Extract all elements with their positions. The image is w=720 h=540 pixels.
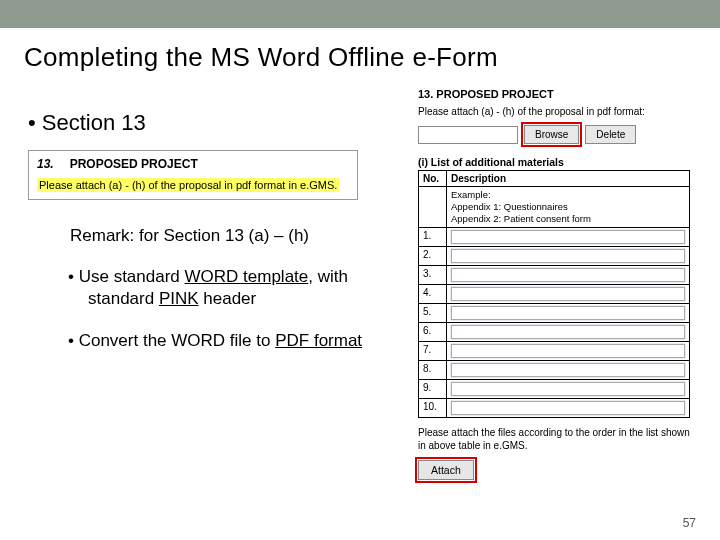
- delete-button[interactable]: Delete: [585, 125, 636, 144]
- additional-materials-heading: (i) List of additional materials: [418, 156, 690, 168]
- table-header-row: No. Description: [419, 171, 690, 187]
- browse-button[interactable]: Browse: [524, 125, 579, 144]
- doc-clip-number: 13.: [37, 157, 54, 171]
- description-input[interactable]: [451, 230, 685, 244]
- table-row: 9.: [419, 379, 690, 398]
- page-title: Completing the MS Word Offline e-Form: [0, 28, 720, 79]
- top-bar: [0, 0, 720, 28]
- bullet-2: • Convert the WORD file to PDF format: [88, 330, 388, 352]
- description-input[interactable]: [451, 344, 685, 358]
- col-description: Description: [447, 171, 690, 187]
- example-row: Example: Appendix 1: Questionnaires Appe…: [419, 187, 690, 228]
- page-number: 57: [683, 516, 696, 530]
- file-path-input[interactable]: [418, 126, 518, 144]
- table-row: 2.: [419, 246, 690, 265]
- doc-clip-highlight: Please attach (a) - (h) of the proposal …: [37, 178, 339, 192]
- file-upload-row: Browse Delete: [418, 125, 690, 144]
- form-section-subheading: Please attach (a) - (h) of the proposal …: [418, 106, 690, 117]
- table-row: 6.: [419, 322, 690, 341]
- col-no: No.: [419, 171, 447, 187]
- description-input[interactable]: [451, 249, 685, 263]
- table-row: 5.: [419, 303, 690, 322]
- description-input[interactable]: [451, 287, 685, 301]
- table-row: 8.: [419, 360, 690, 379]
- remark-text: Remark: for Section 13 (a) – (h): [70, 226, 388, 246]
- table-row: 4.: [419, 284, 690, 303]
- description-input[interactable]: [451, 382, 685, 396]
- example-cell: Example: Appendix 1: Questionnaires Appe…: [447, 187, 690, 228]
- table-row: 7.: [419, 341, 690, 360]
- form-section-heading: 13. PROPOSED PROJECT: [418, 88, 690, 100]
- table-row: 10.: [419, 398, 690, 417]
- word-document-clip: 13.PROPOSED PROJECT Please attach (a) - …: [28, 150, 358, 200]
- attach-note: Please attach the files according to the…: [418, 426, 690, 452]
- materials-table: No. Description Example: Appendix 1: Que…: [418, 170, 690, 418]
- description-input[interactable]: [451, 363, 685, 377]
- description-input[interactable]: [451, 306, 685, 320]
- attach-button[interactable]: Attach: [418, 460, 474, 480]
- description-input[interactable]: [451, 325, 685, 339]
- doc-clip-heading: PROPOSED PROJECT: [70, 157, 198, 171]
- table-row: 3.: [419, 265, 690, 284]
- description-input[interactable]: [451, 401, 685, 415]
- left-column: • Section 13 13.PROPOSED PROJECT Please …: [28, 110, 388, 371]
- table-row: 1.: [419, 227, 690, 246]
- doc-clip-body: Please attach (a) - (h) of the proposal …: [29, 175, 357, 199]
- bullet-1: • Use standard WORD template, with stand…: [88, 266, 388, 310]
- description-input[interactable]: [451, 268, 685, 282]
- doc-clip-header: 13.PROPOSED PROJECT: [29, 151, 357, 175]
- right-column: 13. PROPOSED PROJECT Please attach (a) -…: [418, 88, 690, 480]
- section-heading: • Section 13: [50, 110, 388, 136]
